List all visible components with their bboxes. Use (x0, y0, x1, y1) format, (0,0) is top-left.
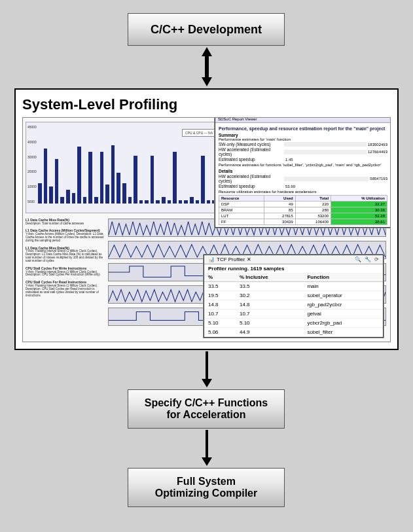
chart-bar (173, 152, 177, 204)
chart-bar (44, 149, 48, 204)
chart-bar (168, 200, 171, 204)
perf-bar-chart: 45000 40000 30000 20000 10000 5000 CPU &… (26, 122, 222, 213)
chart-bar (94, 197, 98, 204)
table-row: DSP4922022.27 (219, 202, 387, 207)
chart-bar (105, 185, 109, 204)
row-label: SW-only (Measured cycles) (219, 142, 284, 147)
chart-bar (128, 197, 132, 204)
status-count: 1619 (250, 266, 262, 272)
close-icon[interactable]: ✕ (247, 257, 251, 262)
chart-bar (184, 200, 188, 204)
report-row: Estimated speedup 1.45 (219, 157, 387, 162)
resource-table: Resource Used Total % Utilization DSP492… (219, 195, 387, 225)
settings-icon[interactable]: 🔧 (365, 257, 371, 262)
chart-bar (77, 147, 81, 204)
profiler-toolbar: 🔍 🔧 ⟳ (353, 257, 379, 262)
row-label: Estimated speedup (219, 157, 284, 162)
chart-bar (196, 200, 200, 204)
flow-box-specify-l2: for Acceleration (166, 409, 245, 421)
row-label: Estimated speedup (219, 184, 284, 188)
table-row[interactable]: 5.0644.9sobel_filter (204, 328, 383, 337)
chart-bar (100, 152, 104, 204)
perf-main-label: Performance estimates for 'main' functio… (219, 137, 387, 141)
row-value: 1.45 (285, 158, 293, 162)
svg-marker-0 (202, 47, 212, 86)
chart-bars (38, 126, 216, 204)
th: Used (264, 196, 296, 202)
chart-bar (55, 159, 59, 204)
report-row: SW-only (Measured cycles) 183502493 (219, 142, 387, 147)
search-icon[interactable]: 🔍 (355, 257, 361, 262)
metric-descriptions: L1 Data Cache Miss Rate(%)Description: T… (26, 219, 104, 302)
row-label: HW accelerated (Estimated cycles) (219, 174, 284, 183)
th: % Utilization (331, 196, 387, 202)
chart-bar (139, 200, 143, 204)
refresh-icon[interactable]: ⟳ (374, 257, 379, 262)
metric-block: L1 Data Cache Miss Rate(%)Y-Axis: Floati… (26, 247, 104, 263)
profiler-tabbar: 📊 TCF Profiler ✕ 🔍 🔧 ⟳ (204, 255, 383, 264)
profiling-title: System-Level Profiling (22, 96, 391, 113)
chart-bar (201, 156, 205, 204)
flow-box-specify-l1: Specify C/C++ Functions (145, 397, 268, 409)
chart-bar (190, 197, 194, 204)
row-value: 183502493 (368, 143, 387, 147)
ytick: 10000 (27, 185, 37, 188)
table-row: LUT278155320052.28 (219, 213, 387, 219)
chart-bar (162, 197, 166, 204)
svg-marker-4 (202, 457, 212, 466)
profiler-status: Profiler running. 1619 samples (204, 264, 383, 273)
arrow-1 (199, 47, 215, 86)
ytick: 20000 (27, 169, 37, 173)
chart-bar (60, 197, 64, 204)
report-row: HW accelerated (Estimated cycles) 585471… (219, 174, 387, 183)
row-label: HW accelerated (Estimated cycles) (219, 147, 284, 156)
metric-block: L1 Data Cache Access (Million Cycles/Seg… (26, 229, 104, 242)
chart-bar (145, 200, 149, 204)
metric-block: CPU Stall Cycles For Write InstructionsY… (26, 267, 104, 277)
perf-func-label: Performance estimates for functions 'sob… (219, 163, 387, 167)
report-row: HW accelerated (Estimated cycles) 127664… (219, 147, 387, 156)
flow-box-specify: Specify C/C++ Functions for Acceleration (128, 389, 285, 429)
th: Function (303, 273, 383, 282)
ytick: 5000 (27, 200, 37, 204)
summary-label: Summary (219, 133, 387, 137)
table-row[interactable]: 14.814.8rgb_pad2ycbcr (204, 300, 383, 310)
table-row: FF3043910640028.61 (219, 219, 387, 225)
row-value: 53.90 (285, 185, 295, 188)
ytick: 40000 (27, 140, 37, 144)
details-label: Details (219, 169, 387, 173)
table-row[interactable]: 5.105.10ycbcr2rgb_pad (204, 319, 383, 328)
flow-box-dev: C/C++ Development (128, 13, 285, 46)
flow-box-dev-label: C/C++ Development (151, 23, 262, 37)
flow-box-compiler: Full System Optimizing Compiler (128, 468, 285, 507)
chart-bar (207, 200, 211, 204)
metric-block: CPU Stall Cycles For Read InstructionsY-… (26, 281, 104, 297)
chart-bar (151, 156, 154, 204)
table-row[interactable]: 10.710.7getval (204, 310, 383, 319)
chart-bar (38, 183, 42, 204)
profiler-window: 📊 TCF Profiler ✕ 🔍 🔧 ⟳ Profiler running.… (204, 255, 384, 338)
resource-heading: Resource utilization estimates for hardw… (219, 190, 387, 194)
chart-bar (134, 156, 137, 204)
chart-bar (122, 183, 126, 204)
ytick: 45000 (27, 125, 37, 129)
flow-box-compiler-l2: Optimizing Compiler (155, 488, 257, 499)
table-row[interactable]: 19.530.2sobel_operator (204, 291, 383, 300)
report-row: Estimated speedup 53.90 (219, 184, 387, 188)
th: % (204, 273, 236, 282)
report-window-title: SDSoC Report Viewer (215, 117, 391, 123)
chart-bar (72, 193, 76, 204)
chart-bar (66, 190, 70, 204)
status-text: Profiler running. (208, 266, 250, 272)
table-row[interactable]: 33.533.5main (204, 282, 383, 291)
chart-bar (117, 173, 120, 204)
flow-box-compiler-l1: Full System (177, 476, 236, 488)
chart-bar (179, 200, 183, 204)
th: Total (295, 196, 331, 202)
profiling-screenshot: 45000 40000 30000 20000 10000 5000 CPU &… (22, 117, 391, 342)
row-value: 58547193 (370, 177, 387, 181)
chart-y-ticks: 45000 40000 30000 20000 10000 5000 (27, 125, 37, 204)
profiler-icon: 📊 (208, 257, 215, 262)
chart-bar (49, 186, 53, 204)
chart-bar (111, 145, 115, 204)
